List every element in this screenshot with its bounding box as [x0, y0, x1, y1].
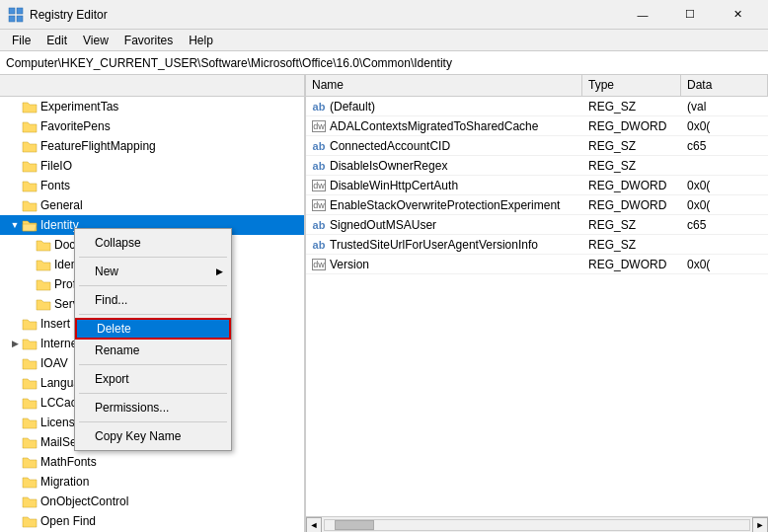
registry-scroll-right[interactable]: ► [752, 517, 768, 533]
tree-item-favoritepens[interactable]: FavoritePens [0, 116, 304, 136]
reg-row-adalcontexts[interactable]: dw ADALContextsMigratedToSharedCache REG… [306, 116, 768, 136]
registry-rows: ab (Default) REG_SZ (val dw ADALContexts… [306, 97, 768, 516]
ctx-collapse[interactable]: Collapse [75, 232, 231, 254]
tree-item-experimenttas[interactable]: ExperimentTas [0, 97, 304, 116]
reg-cell-type: REG_DWORD [582, 119, 681, 133]
reg-row-default[interactable]: ab (Default) REG_SZ (val [306, 97, 768, 116]
tree-header [0, 75, 304, 97]
menu-file[interactable]: File [4, 32, 38, 49]
context-menu: Collapse New ▶ Find... Delete Rename Exp… [74, 228, 232, 451]
ab-icon: ab [312, 140, 326, 152]
reg-row-disablewinhttpcert[interactable]: dw DisableWinHttpCertAuth REG_DWORD 0x0( [306, 176, 768, 195]
reg-cell-name: ab (Default) [306, 100, 582, 114]
tree-item-label: Open Find [40, 514, 96, 528]
registry-scrollbar[interactable]: ◄ ► [306, 516, 768, 532]
tree-item-label: IOAV [40, 356, 68, 370]
tree-item-onobjectcontrol[interactable]: OnObjectControl [0, 492, 304, 511]
ctx-separator-5 [79, 393, 227, 394]
ctx-export[interactable]: Export [75, 368, 231, 390]
ctx-find[interactable]: Find... [75, 289, 231, 311]
registry-pane: Name Type Data ab (Default) REG_SZ (val … [306, 75, 768, 532]
ctx-separator-2 [79, 285, 227, 286]
tree-item-label: Migration [40, 475, 89, 489]
folder-icon [22, 159, 38, 173]
ctx-permissions[interactable]: Permissions... [75, 397, 231, 418]
registry-scroll-left[interactable]: ◄ [306, 517, 322, 533]
ctx-delete[interactable]: Delete [75, 318, 231, 340]
svg-rect-2 [9, 16, 15, 22]
header-data: Data [681, 75, 768, 96]
reg-row-enablestack[interactable]: dw EnableStackOverwriteProtectionExperim… [306, 195, 768, 215]
reg-cell-name: ab TrustedSiteUrlForUserAgentVersionInfo [306, 238, 582, 252]
reg-row-disableisowner[interactable]: ab DisableIsOwnerRegex REG_SZ [306, 156, 768, 176]
menu-help[interactable]: Help [181, 32, 221, 49]
tree-item-label: MathFonts [40, 455, 97, 469]
tree-item-label: FileIO [40, 159, 72, 173]
tree-item-label: Identity [40, 218, 79, 232]
folder-icon [22, 435, 38, 449]
reg-row-signedoutmsa[interactable]: ab SignedOutMSAUser REG_SZ c65 [306, 215, 768, 235]
tree-item-label: General [40, 198, 83, 212]
ctx-copy-key-name[interactable]: Copy Key Name [75, 425, 231, 447]
ctx-separator-3 [79, 314, 227, 315]
tree-item-fileio[interactable]: FileIO [0, 156, 304, 176]
menu-favorites[interactable]: Favorites [116, 32, 181, 49]
tree-item-label: Doc [54, 238, 75, 252]
ctx-rename[interactable]: Rename [75, 340, 231, 361]
tree-expand-arrow: ▼ [8, 220, 22, 230]
dword-icon: dw [312, 199, 326, 211]
window-title: Registry Editor [30, 8, 108, 22]
reg-cell-data: c65 [681, 218, 768, 232]
folder-icon [36, 258, 51, 271]
folder-icon [22, 100, 38, 114]
svg-rect-1 [17, 8, 23, 14]
folder-icon [22, 514, 38, 528]
reg-cell-data: 0x0( [681, 179, 768, 192]
reg-cell-data: 0x0( [681, 198, 768, 212]
menu-view[interactable]: View [75, 32, 116, 49]
tree-item-label: FavoritePens [40, 119, 111, 133]
folder-icon [22, 416, 38, 429]
reg-row-trustedsiteurl[interactable]: ab TrustedSiteUrlForUserAgentVersionInfo… [306, 235, 768, 255]
close-button[interactable]: ✕ [715, 0, 760, 30]
menu-edit[interactable]: Edit [38, 32, 75, 49]
reg-cell-name: ab ConnectedAccountCID [306, 139, 582, 153]
tree-item-openfind[interactable]: Open Find [0, 511, 304, 531]
minimize-button[interactable]: — [620, 0, 665, 30]
header-type: Type [582, 75, 681, 96]
window-controls: — ☐ ✕ [620, 0, 760, 30]
tree-item-mathfonts[interactable]: MathFonts [0, 452, 304, 472]
folder-icon [22, 317, 38, 331]
tree-item-fonts[interactable]: Fonts [0, 176, 304, 195]
ab-icon: ab [312, 219, 326, 231]
folder-icon [22, 376, 38, 390]
svg-rect-3 [17, 16, 23, 22]
reg-cell-data: 0x0( [681, 119, 768, 133]
app-icon [8, 7, 24, 23]
tree-item-general[interactable]: General [0, 195, 304, 215]
folder-icon [22, 475, 38, 489]
ctx-new[interactable]: New ▶ [75, 261, 231, 282]
maximize-button[interactable]: ☐ [667, 0, 713, 30]
reg-cell-data: 0x0( [681, 258, 768, 271]
folder-icon [22, 139, 38, 153]
reg-cell-type: REG_DWORD [582, 179, 681, 192]
address-path: Computer\HKEY_CURRENT_USER\Software\Micr… [6, 56, 452, 70]
reg-row-connectedaccount[interactable]: ab ConnectedAccountCID REG_SZ c65 [306, 136, 768, 156]
tree-item-migration[interactable]: Migration [0, 472, 304, 492]
registry-scroll-thumb[interactable] [335, 520, 374, 530]
folder-icon [36, 297, 51, 311]
reg-row-version[interactable]: dw Version REG_DWORD 0x0( [306, 255, 768, 274]
tree-item-featureflightmapping[interactable]: FeatureFlightMapping [0, 136, 304, 156]
reg-cell-name: dw ADALContextsMigratedToSharedCache [306, 119, 582, 133]
dword-icon: dw [312, 120, 326, 132]
ab-icon: ab [312, 101, 326, 113]
reg-cell-type: REG_SZ [582, 100, 681, 114]
title-bar-left: Registry Editor [8, 7, 108, 23]
folder-icon [22, 356, 38, 370]
folder-icon [36, 277, 51, 291]
registry-scroll-track[interactable] [324, 519, 750, 531]
folder-icon-open [22, 218, 38, 232]
folder-icon [22, 396, 38, 410]
folder-icon [22, 337, 38, 350]
